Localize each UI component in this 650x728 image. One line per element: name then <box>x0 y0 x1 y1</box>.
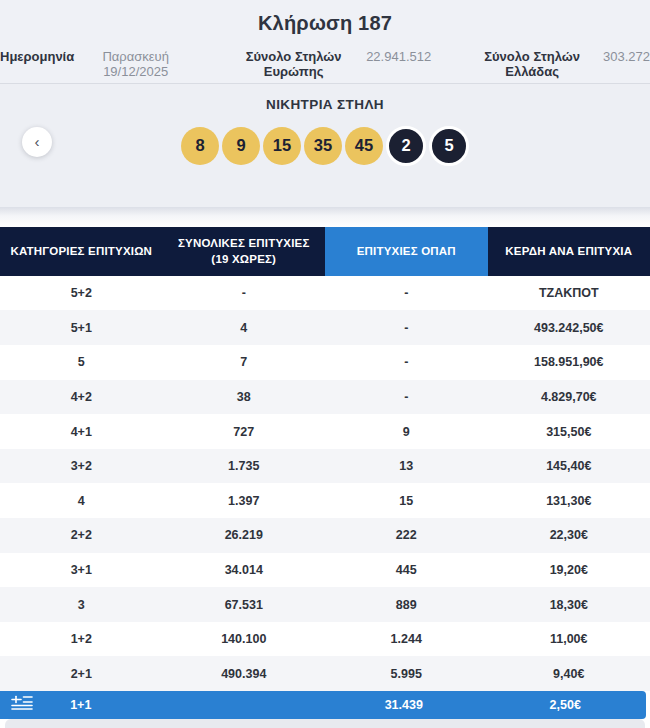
stat-greece-columns: Σύνολο Στηλών Ελλάδας 303.272 <box>467 49 650 79</box>
table-header: ΚΑΤΗΓΟΡΙΕΣ ΕΠΙΤΥΧΙΩΝ ΣΥΝΟΛΙΚΕΣ ΕΠΙΤΥΧΙΕΣ… <box>0 227 650 276</box>
cell-prize-per-win: 158.951,90€ <box>488 355 650 369</box>
cell-category: 4+1 <box>0 425 163 439</box>
column-header-label: ΕΠΙΤΥΧΙΕΣ ΟΠΑΠ <box>357 243 456 260</box>
column-header-sublabel: (19 ΧΩΡΕΣ) <box>211 251 276 268</box>
cell-opap-wins: 9 <box>325 425 488 439</box>
table-row: 3+1 34.014 445 19,20€ <box>0 553 650 588</box>
table-row: 2+1 490.394 5.995 9,40€ <box>0 656 650 691</box>
cell-prize-per-win: 131,30€ <box>488 494 650 508</box>
stat-europe-label: Σύνολο Στηλών Ευρώπης <box>227 49 360 79</box>
cell-prize-per-win: 315,50€ <box>488 425 650 439</box>
cell-prize-per-win: 22,30€ <box>488 528 650 542</box>
greece-flag-icon <box>11 696 33 715</box>
cell-opap-wins: - <box>325 355 488 369</box>
table-row: 2+2 26.219 222 22,30€ <box>0 518 650 553</box>
cell-prize-per-win: 4.829,70€ <box>488 390 650 404</box>
cell-prize-per-win: 2,50€ <box>485 698 647 712</box>
cell-opap-wins: 222 <box>325 528 488 542</box>
cell-total-wins: 34.014 <box>163 563 326 577</box>
column-header: ΚΕΡΔΗ ΑΝΑ ΕΠΙΤΥΧΙΑ <box>488 227 650 276</box>
table-body: 5+2 - - ΤΖΑΚΠΟΤ 5+1 4 - 493.242,50€ <box>0 276 650 719</box>
stat-date-label: Ημερομηνία <box>0 49 74 64</box>
table-row: 3 67.531 889 18,30€ <box>0 587 650 622</box>
cell-total-wins: 1.735 <box>163 459 326 473</box>
cell-opap-wins: - <box>325 390 488 404</box>
cell-total-wins: 490.394 <box>163 667 326 681</box>
cell-opap-wins: 445 <box>325 563 488 577</box>
cell-total-wins: 7 <box>163 355 326 369</box>
cell-opap-wins: 13 <box>325 459 488 473</box>
table-row: 1+2 140.100 1.244 11,00€ <box>0 622 650 657</box>
cell-total-wins: 140.100 <box>163 632 326 646</box>
main-number-ball: 15 <box>263 127 301 165</box>
stat-europe-columns: Σύνολο Στηλών Ευρώπης 22.941.512 <box>227 49 431 79</box>
column-header: ΚΑΤΗΓΟΡΙΕΣ ΕΠΙΤΥΧΙΩΝ <box>0 227 163 276</box>
table-row: 3+2 1.735 13 145,40€ <box>0 449 650 484</box>
column-header-label: ΣΥΝΟΛΙΚΕΣ ΕΠΙΤΥΧΙΕΣ <box>178 235 310 252</box>
cell-prize-per-win: ΤΖΑΚΠΟΤ <box>488 286 650 300</box>
column-header-label: ΚΕΡΔΗ ΑΝΑ ΕΠΙΤΥΧΙΑ <box>505 243 632 260</box>
cell-category: 1+2 <box>0 632 163 646</box>
page-title: Κλήρωση 187 <box>0 0 650 35</box>
cell-category: 2+2 <box>0 528 163 542</box>
column-header: ΕΠΙΤΥΧΙΕΣ ΟΠΑΠ <box>325 227 488 276</box>
cell-total-wins: 727 <box>163 425 326 439</box>
winning-balls: 8915354525 <box>0 126 650 166</box>
bottom-card-edge <box>5 719 645 728</box>
draw-stats-row: Ημερομηνία Παρασκευή 19/12/2025 Σύνολο Σ… <box>0 49 650 79</box>
cell-prize-per-win: 145,40€ <box>488 459 650 473</box>
chevron-left-icon: ‹ <box>35 133 40 150</box>
column-header: ΣΥΝΟΛΙΚΕΣ ΕΠΙΤΥΧΙΕΣ (19 ΧΩΡΕΣ) <box>163 227 326 276</box>
cell-category: 5+2 <box>0 286 163 300</box>
table-row: 5 7 - 158.951,90€ <box>0 345 650 380</box>
stat-date-value: Παρασκευή 19/12/2025 <box>80 49 191 79</box>
cell-category: 4 <box>0 494 163 508</box>
cell-category: 4+2 <box>0 390 163 404</box>
cell-total-wins: 67.531 <box>163 598 326 612</box>
stat-date: Ημερομηνία Παρασκευή 19/12/2025 <box>0 49 191 79</box>
table-row: 1+1 31.439 2,50€ <box>0 691 646 719</box>
previous-draw-button[interactable]: ‹ <box>22 127 52 157</box>
cell-total-wins: 38 <box>163 390 326 404</box>
section-divider <box>0 207 650 227</box>
cell-total-wins: 1.397 <box>163 494 326 508</box>
cell-category: 3+2 <box>0 459 163 473</box>
cell-category: 5 <box>0 355 163 369</box>
main-number-ball: 8 <box>181 127 219 165</box>
cell-category: 5+1 <box>0 321 163 335</box>
cell-opap-wins: 5.995 <box>325 667 488 681</box>
cell-prize-per-win: 11,00€ <box>488 632 650 646</box>
cell-opap-wins: 15 <box>325 494 488 508</box>
results-table: ΚΑΤΗΓΟΡΙΕΣ ΕΠΙΤΥΧΙΩΝ ΣΥΝΟΛΙΚΕΣ ΕΠΙΤΥΧΙΕΣ… <box>0 227 650 728</box>
main-number-ball: 45 <box>345 127 383 165</box>
cell-opap-wins: - <box>325 321 488 335</box>
draw-header: Κλήρωση 187 Ημερομηνία Παρασκευή 19/12/2… <box>0 0 650 84</box>
cell-opap-wins: 889 <box>325 598 488 612</box>
table-row: 4 1.397 15 131,30€ <box>0 483 650 518</box>
table-row: 5+2 - - ΤΖΑΚΠΟΤ <box>0 276 650 311</box>
winning-numbers-title: ΝΙΚΗΤΡΙΑ ΣΤΗΛΗ <box>0 84 650 112</box>
cell-total-wins: - <box>163 286 326 300</box>
cell-opap-wins: 31.439 <box>323 698 485 712</box>
stat-europe-value: 22.941.512 <box>366 49 431 64</box>
cell-prize-per-win: 9,40€ <box>488 667 650 681</box>
main-number-ball: 9 <box>222 127 260 165</box>
table-row: 4+2 38 - 4.829,70€ <box>0 380 650 415</box>
cell-opap-wins: 1.244 <box>325 632 488 646</box>
cell-total-wins: 26.219 <box>163 528 326 542</box>
cell-opap-wins: - <box>325 286 488 300</box>
cell-category: 3+1 <box>0 563 163 577</box>
cell-total-wins: 4 <box>163 321 326 335</box>
cell-prize-per-win: 18,30€ <box>488 598 650 612</box>
column-header-label: ΚΑΤΗΓΟΡΙΕΣ ΕΠΙΤΥΧΙΩΝ <box>10 243 152 260</box>
eurojackpot-results-page: Κλήρωση 187 Ημερομηνία Παρασκευή 19/12/2… <box>0 0 650 728</box>
cell-category: 3 <box>0 598 163 612</box>
main-number-ball: 35 <box>304 127 342 165</box>
cell-prize-per-win: 19,20€ <box>488 563 650 577</box>
stat-greece-label: Σύνολο Στηλών Ελλάδας <box>467 49 597 79</box>
bonus-number-ball: 2 <box>386 126 426 166</box>
table-row: 5+1 4 - 493.242,50€ <box>0 310 650 345</box>
cell-category: 2+1 <box>0 667 163 681</box>
table-row: 4+1 727 9 315,50€ <box>0 414 650 449</box>
bonus-number-ball: 5 <box>429 126 469 166</box>
